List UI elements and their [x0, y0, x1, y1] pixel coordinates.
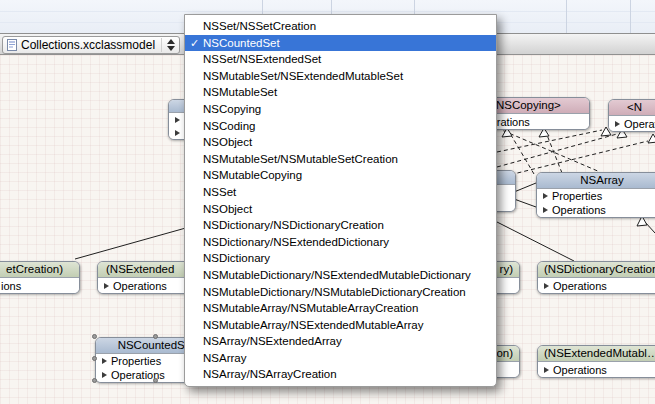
menu-item[interactable]: NSMutableDictionary/NSExtendedMutableDic… [185, 267, 496, 284]
category-box-nsextendedmutable[interactable]: (NSExtendedMutabl… Operations [537, 345, 655, 378]
class-model-window: Collections.xcclassmodel [0, 0, 655, 404]
menu-item-label: NSArray [203, 352, 246, 364]
disclosure-triangle-icon[interactable] [175, 130, 180, 136]
menu-item-label: NSMutableCopying [203, 169, 302, 181]
menu-item[interactable]: NSArray/NSArrayCreation [185, 366, 496, 383]
menu-item[interactable]: NSMutableSet [185, 84, 496, 101]
menu-item[interactable]: NSSet/NSExtendedSet [185, 51, 496, 68]
category-box-nsdictionarycreation[interactable]: (NSDictionaryCreation Operations [537, 261, 655, 294]
menu-item[interactable]: ✓NSCountedSet [185, 35, 496, 52]
stepper-arrows-icon [161, 38, 176, 52]
menu-item-label: NSSet/NSSetCreation [203, 20, 316, 32]
menu-item[interactable]: NSArray [185, 350, 496, 367]
menu-item-label: NSMutableDictionary/NSMutableDictionaryC… [203, 286, 466, 298]
menu-item[interactable]: NSMutableSet/NSMutableSetCreation [185, 151, 496, 168]
box-row-label: Operations [624, 118, 655, 130]
protocol-box-title: <N [609, 100, 655, 116]
category-box-title: (NSExtendedMutabl… [538, 346, 655, 362]
menu-item[interactable]: NSSet/NSSetCreation [185, 18, 496, 35]
class-box-title: NSArray [537, 173, 655, 189]
category-box-title: (NSDictionaryCreation [538, 262, 655, 278]
box-row-label: Operations [553, 364, 607, 376]
selection-handle[interactable] [92, 356, 97, 361]
file-selector-popup[interactable]: Collections.xcclassmodel [2, 36, 180, 54]
menu-item[interactable]: NSArray/NSExtendedArray [185, 333, 496, 350]
menu-item[interactable]: NSDictionary/NSExtendedDictionary [185, 234, 496, 251]
menu-item-label: NSObject [203, 203, 252, 215]
class-selector-menu: NSSet/NSSetCreation✓NSCountedSetNSSet/NS… [184, 14, 497, 387]
menu-item-label: NSCopying [203, 103, 261, 115]
menu-item-label: NSMutableSet/NSMutableSetCreation [203, 153, 398, 165]
browser-row-line [0, 11, 655, 12]
disclosure-triangle-icon[interactable] [175, 117, 180, 123]
class-box-nsarray[interactable]: NSArray Properties Operations [536, 172, 655, 218]
checkmark-icon: ✓ [190, 35, 199, 52]
menu-item-label: NSDictionary [203, 252, 270, 264]
box-row-label: Operations [553, 280, 607, 292]
menu-item-label: NSObject [203, 136, 252, 148]
disclosure-triangle-icon[interactable] [102, 372, 107, 378]
menu-item[interactable]: NSCopying [185, 101, 496, 118]
menu-item[interactable]: NSSet [185, 184, 496, 201]
menu-item-label: NSMutableArray/NSMutableArrayCreation [203, 302, 418, 314]
disclosure-triangle-icon[interactable] [615, 121, 620, 127]
selection-handle[interactable] [92, 378, 97, 383]
menu-item[interactable]: NSMutableArray/NSExtendedMutableArray [185, 317, 496, 334]
file-selector-label: Collections.xcclassmodel [21, 38, 179, 52]
menu-item[interactable]: NSDictionary/NSDictionaryCreation [185, 217, 496, 234]
disclosure-triangle-icon[interactable] [543, 207, 548, 213]
menu-item[interactable]: NSMutableDictionary/NSMutableDictionaryC… [185, 284, 496, 301]
disclosure-triangle-icon[interactable] [102, 358, 107, 364]
menu-item-label: NSArray/NSArrayCreation [203, 368, 337, 380]
menu-item[interactable]: NSObject [185, 201, 496, 218]
menu-item-label: NSMutableSet/NSExtendedMutableSet [203, 70, 403, 82]
menu-item[interactable]: NSObject [185, 134, 496, 151]
menu-item[interactable]: NSMutableCopying [185, 167, 496, 184]
protocol-box-right[interactable]: <N Operations [608, 99, 655, 132]
browser-column-divider [566, 0, 567, 33]
menu-item-label: NSArray/NSExtendedArray [203, 335, 342, 347]
disclosure-triangle-icon[interactable] [543, 193, 548, 199]
category-box-setcreation[interactable]: etCreation) ions [0, 261, 80, 294]
selection-handle[interactable] [153, 334, 158, 339]
menu-item-label: NSCoding [203, 120, 255, 132]
menu-item[interactable]: NSDictionary [185, 250, 496, 267]
model-document-icon [7, 39, 17, 51]
menu-item-label: NSSet/NSExtendedSet [203, 53, 321, 65]
menu-item-label: NSDictionary/NSDictionaryCreation [203, 219, 384, 231]
disclosure-triangle-icon[interactable] [544, 283, 549, 289]
menu-item-label: NSMutableDictionary/NSExtendedMutableDic… [203, 269, 471, 281]
box-row-label: Properties [552, 190, 602, 202]
browser-column-divider [630, 0, 631, 33]
box-row-label: Operations [552, 204, 606, 216]
menu-item[interactable]: NSCoding [185, 118, 496, 135]
category-box-title: etCreation) [0, 262, 79, 278]
selection-handle[interactable] [92, 334, 97, 339]
menu-item-label: NSDictionary/NSExtendedDictionary [203, 236, 389, 248]
menu-item[interactable]: NSMutableSet/NSExtendedMutableSet [185, 68, 496, 85]
menu-item-label: NSMutableArray/NSExtendedMutableArray [203, 319, 424, 331]
menu-item[interactable]: NSMutableArray/NSMutableArrayCreation [185, 300, 496, 317]
box-row-label: ions [1, 280, 21, 292]
disclosure-triangle-icon[interactable] [544, 367, 549, 373]
disclosure-triangle-icon[interactable] [104, 283, 109, 289]
box-row-label: Properties [111, 355, 161, 367]
selection-handle[interactable] [153, 378, 158, 383]
menu-item-list: NSSet/NSSetCreation✓NSCountedSetNSSet/NS… [185, 18, 496, 383]
menu-item-label: NSCountedSet [203, 37, 280, 49]
box-row-label: Operations [113, 280, 167, 292]
menu-item-label: NSMutableSet [203, 86, 277, 98]
menu-item-label: NSSet [203, 186, 236, 198]
